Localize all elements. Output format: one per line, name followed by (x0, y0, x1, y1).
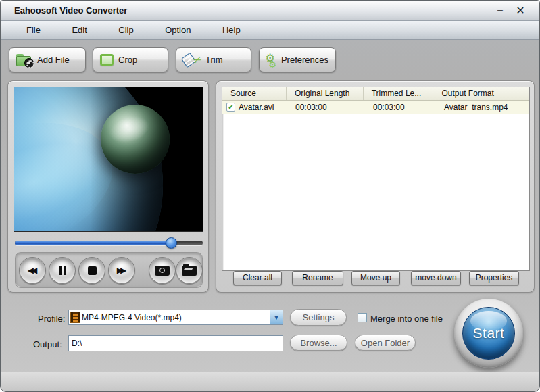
add-file-icon (16, 54, 32, 66)
settings-button[interactable]: Settings (290, 309, 347, 326)
column-trimmed-length[interactable]: Trimmed Le... (364, 87, 434, 100)
menu-clip[interactable]: Clip (104, 21, 147, 39)
merge-label: Merge into one file (370, 314, 443, 324)
add-file-button[interactable]: Add File (9, 47, 86, 72)
pause-icon (59, 266, 66, 275)
output-path-field[interactable] (68, 335, 283, 351)
title-bar: Eahoosoft Video Converter – ✕ (1, 1, 539, 21)
move-up-button[interactable]: Move up (351, 271, 400, 285)
row-trimmed-length: 00:03:00 (365, 103, 436, 112)
row-original-length: 00:03:00 (287, 103, 365, 112)
column-original-length[interactable]: Original Length (287, 87, 364, 100)
snapshot-button[interactable] (149, 257, 176, 284)
column-source[interactable]: Source (222, 87, 287, 100)
gear-icon: ⚙ ⚙ (266, 53, 276, 67)
seek-fill (15, 241, 171, 245)
file-list-panel: Source Original Length Trimmed Le... Out… (216, 80, 535, 293)
trim-icon: ✂ (183, 53, 201, 67)
crop-button[interactable]: Crop (93, 47, 168, 72)
start-button[interactable]: Start (454, 299, 523, 368)
seek-slider[interactable] (15, 237, 203, 248)
camera-icon (155, 266, 170, 276)
output-label: Output: (33, 339, 62, 349)
preferences-button[interactable]: ⚙ ⚙ Preferences (259, 47, 336, 72)
pause-button[interactable] (49, 257, 76, 284)
preview-panel: ◀◀ ▶▶ (7, 80, 209, 293)
trim-label: Trim (205, 55, 223, 65)
menu-file[interactable]: File (12, 21, 55, 39)
window-title: Eahoosoft Video Converter (14, 5, 127, 16)
row-checkbox[interactable]: ✔ (226, 103, 235, 112)
move-down-button[interactable]: move down (411, 271, 461, 285)
rewind-button[interactable]: ◀◀ (19, 257, 46, 284)
fast-forward-icon: ▶▶ (117, 266, 126, 275)
clear-all-button[interactable]: Clear all (233, 271, 282, 285)
start-label: Start (473, 325, 505, 341)
moon-image (101, 105, 170, 174)
stop-button[interactable] (78, 257, 105, 284)
menu-edit[interactable]: Edit (57, 21, 101, 39)
column-output-format[interactable]: Output Format (433, 87, 520, 100)
app-window: Eahoosoft Video Converter – ✕ File Edit … (0, 0, 540, 392)
file-list: Source Original Length Trimmed Le... Out… (222, 87, 530, 271)
table-row[interactable]: ✔ Avatar.avi 00:03:00 00:03:00 Avatar_tr… (222, 101, 529, 114)
crop-icon (100, 54, 114, 66)
status-bar (1, 372, 539, 391)
profile-value: MP4-MPEG-4 Video(*.mp4) (82, 313, 270, 322)
fast-forward-button[interactable]: ▶▶ (108, 257, 135, 284)
properties-button[interactable]: Properties (469, 271, 519, 285)
menu-help[interactable]: Help (208, 21, 255, 39)
playback-controls: ◀◀ ▶▶ (15, 252, 203, 288)
seek-thumb[interactable] (166, 237, 177, 249)
rewind-icon: ◀◀ (28, 266, 37, 275)
profile-label: Profile: (38, 314, 65, 324)
open-folder-button[interactable]: Open Folder (355, 335, 416, 351)
close-icon[interactable]: ✕ (512, 3, 529, 18)
crop-label: Crop (118, 55, 137, 65)
scissors-icon: ✂ (192, 53, 204, 67)
file-list-header: Source Original Length Trimmed Le... Out… (222, 87, 529, 101)
preferences-label: Preferences (281, 55, 328, 65)
stop-icon (88, 266, 97, 275)
trim-button[interactable]: ✂ Trim (176, 47, 251, 72)
film-strip-icon (70, 312, 80, 323)
folder-icon (182, 266, 197, 276)
rename-button[interactable]: Rename (292, 271, 343, 285)
video-preview (14, 87, 203, 232)
row-source: Avatar.avi (239, 103, 274, 112)
menu-bar: File Edit Clip Option Help (1, 21, 539, 40)
browse-button[interactable]: Browse... (290, 335, 347, 351)
minimize-icon[interactable]: – (492, 3, 508, 18)
snapshot-folder-button[interactable] (176, 257, 203, 284)
merge-checkbox[interactable] (358, 313, 367, 322)
add-file-label: Add File (37, 55, 70, 65)
row-output-format: Avatar_trans.mp4 (436, 103, 524, 112)
menu-option[interactable]: Option (151, 21, 205, 39)
profile-select[interactable]: MP4-MPEG-4 Video(*.mp4) ▼ (68, 310, 283, 325)
chevron-down-icon[interactable]: ▼ (270, 310, 283, 324)
